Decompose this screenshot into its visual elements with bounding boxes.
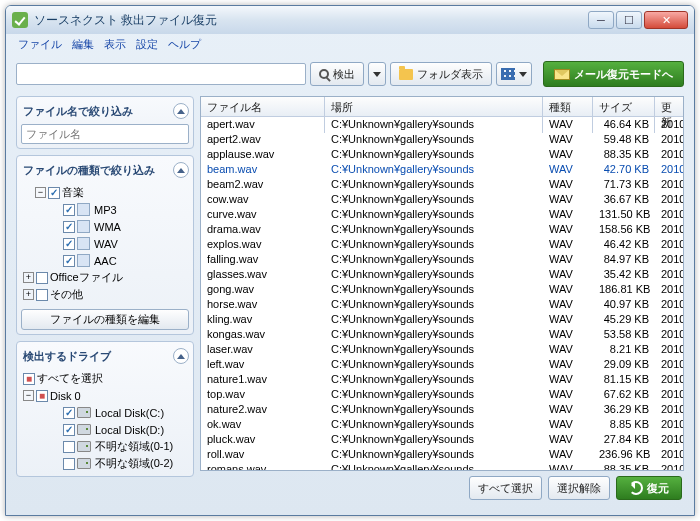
tree-node-office[interactable]: + Officeファイル [21, 269, 189, 286]
table-row[interactable]: roll.wavC:¥Unknown¥gallery¥soundsWAV236.… [201, 447, 683, 462]
table-row[interactable]: applause.wavC:¥Unknown¥gallery¥soundsWAV… [201, 147, 683, 162]
checkbox[interactable]: ✓ [63, 221, 75, 233]
table-row[interactable]: nature2.wavC:¥Unknown¥gallery¥soundsWAV3… [201, 402, 683, 417]
mail-recovery-mode-button[interactable]: メール復元モードへ [543, 61, 684, 87]
cell-filename: beam.wav [201, 162, 325, 177]
table-row[interactable]: apert2.wavC:¥Unknown¥gallery¥soundsWAV59… [201, 132, 683, 147]
checkbox[interactable]: ✓ [63, 238, 75, 250]
tree-node-music[interactable]: − ✓ 音楽 [21, 184, 189, 201]
minimize-button[interactable]: ─ [588, 11, 614, 29]
menu-help[interactable]: ヘルプ [168, 37, 201, 52]
tree-node-format[interactable]: ✓MP3 [21, 201, 189, 218]
table-row[interactable]: curve.wavC:¥Unknown¥gallery¥soundsWAV131… [201, 207, 683, 222]
table-row[interactable]: drama.wavC:¥Unknown¥gallery¥soundsWAV158… [201, 222, 683, 237]
file-list-body[interactable]: apert.wavC:¥Unknown¥gallery¥soundsWAV46.… [201, 117, 683, 470]
tree-node-format[interactable]: ✓WMA [21, 218, 189, 235]
tree-node-drive[interactable]: 不明な領域(0-2) [21, 455, 189, 472]
search-input[interactable] [16, 63, 306, 85]
expand-icon[interactable]: − [23, 390, 34, 401]
cell-filename: cow.wav [201, 192, 325, 207]
menu-settings[interactable]: 設定 [136, 37, 158, 52]
search-button[interactable]: 検出 [310, 62, 364, 86]
table-row[interactable]: romans.wavC:¥Unknown¥gallery¥soundsWAV88… [201, 462, 683, 470]
checkbox[interactable]: ✓ [48, 187, 60, 199]
table-row[interactable]: explos.wavC:¥Unknown¥gallery¥soundsWAV46… [201, 237, 683, 252]
menu-edit[interactable]: 編集 [72, 37, 94, 52]
cell-filename: drama.wav [201, 222, 325, 237]
application-window: ソースネクスト 救出ファイル復元 ─ ☐ ✕ ファイル 編集 表示 設定 ヘルプ… [5, 5, 695, 516]
cell-filename: roll.wav [201, 447, 325, 462]
cell-location: C:¥Unknown¥gallery¥sounds [325, 447, 543, 462]
table-row[interactable]: kongas.wavC:¥Unknown¥gallery¥soundsWAV53… [201, 327, 683, 342]
table-row[interactable]: left.wavC:¥Unknown¥gallery¥soundsWAV29.0… [201, 357, 683, 372]
tree-node-drive[interactable]: ✓Local Disk(C:) [21, 404, 189, 421]
cell-updated: 2010 [655, 417, 683, 432]
table-row[interactable]: glasses.wavC:¥Unknown¥gallery¥soundsWAV3… [201, 267, 683, 282]
checkbox-mixed[interactable]: ■ [36, 390, 48, 402]
checkbox[interactable]: ✓ [63, 407, 75, 419]
table-row[interactable]: cow.wavC:¥Unknown¥gallery¥soundsWAV36.67… [201, 192, 683, 207]
table-row[interactable]: nature1.wavC:¥Unknown¥gallery¥soundsWAV8… [201, 372, 683, 387]
tree-node-other[interactable]: + その他 [21, 286, 189, 303]
select-all-button[interactable]: すべて選択 [469, 476, 542, 500]
checkbox[interactable]: ✓ [63, 255, 75, 267]
cell-size: 42.70 KB [593, 162, 655, 177]
folder-view-button[interactable]: フォルダ表示 [390, 62, 492, 86]
cell-location: C:¥Unknown¥gallery¥sounds [325, 252, 543, 267]
tree-label: 不明な領域(0-1) [95, 439, 173, 454]
panel-title: ファイル名で絞り込み [23, 104, 133, 119]
tree-node-drive[interactable]: 不明な領域(0-1) [21, 438, 189, 455]
bottom-bar: すべて選択 選択解除 復元 [200, 471, 684, 505]
menu-file[interactable]: ファイル [18, 37, 62, 52]
drive-icon [77, 441, 91, 452]
checkbox[interactable] [63, 458, 75, 470]
checkbox[interactable]: ✓ [63, 204, 75, 216]
drive-icon [77, 407, 91, 418]
view-options-button[interactable] [496, 62, 532, 86]
maximize-button[interactable]: ☐ [616, 11, 642, 29]
cell-location: C:¥Unknown¥gallery¥sounds [325, 327, 543, 342]
tree-label: MP3 [94, 204, 117, 216]
deselect-button[interactable]: 選択解除 [548, 476, 610, 500]
table-row[interactable]: beam2.wavC:¥Unknown¥gallery¥soundsWAV71.… [201, 177, 683, 192]
cell-location: C:¥Unknown¥gallery¥sounds [325, 162, 543, 177]
cell-filename: top.wav [201, 387, 325, 402]
close-button[interactable]: ✕ [644, 11, 688, 29]
cell-type: WAV [543, 237, 593, 252]
table-row[interactable]: laser.wavC:¥Unknown¥gallery¥soundsWAV8.2… [201, 342, 683, 357]
expand-icon[interactable]: + [23, 272, 34, 283]
checkbox[interactable] [63, 441, 75, 453]
checkbox[interactable]: ✓ [63, 424, 75, 436]
table-row[interactable]: kling.wavC:¥Unknown¥gallery¥soundsWAV45.… [201, 312, 683, 327]
cell-location: C:¥Unknown¥gallery¥sounds [325, 222, 543, 237]
table-row[interactable]: apert.wavC:¥Unknown¥gallery¥soundsWAV46.… [201, 117, 683, 132]
checkbox[interactable] [36, 289, 48, 301]
collapse-button[interactable] [173, 103, 189, 119]
collapse-button[interactable] [173, 162, 189, 178]
table-row[interactable]: ok.wavC:¥Unknown¥gallery¥soundsWAV8.85 K… [201, 417, 683, 432]
table-row[interactable]: top.wavC:¥Unknown¥gallery¥soundsWAV67.62… [201, 387, 683, 402]
titlebar[interactable]: ソースネクスト 救出ファイル復元 ─ ☐ ✕ [6, 6, 694, 34]
restore-button[interactable]: 復元 [616, 476, 682, 500]
drive-icon [77, 458, 91, 469]
select-all-drives[interactable]: ■ すべてを選択 [21, 370, 189, 387]
table-row[interactable]: horse.wavC:¥Unknown¥gallery¥soundsWAV40.… [201, 297, 683, 312]
table-row[interactable]: gong.wavC:¥Unknown¥gallery¥soundsWAV186.… [201, 282, 683, 297]
checkbox[interactable] [36, 272, 48, 284]
tree-node-format[interactable]: ✓AAC [21, 252, 189, 269]
expand-icon[interactable]: − [35, 187, 46, 198]
table-row[interactable]: beam.wavC:¥Unknown¥gallery¥soundsWAV42.7… [201, 162, 683, 177]
expand-icon[interactable]: + [23, 289, 34, 300]
filename-filter-input[interactable] [21, 124, 189, 144]
search-dropdown[interactable] [368, 62, 386, 86]
table-row[interactable]: falling.wavC:¥Unknown¥gallery¥soundsWAV8… [201, 252, 683, 267]
filetype-icon [77, 237, 90, 250]
collapse-button[interactable] [173, 348, 189, 364]
tree-node-format[interactable]: ✓WAV [21, 235, 189, 252]
table-row[interactable]: pluck.wavC:¥Unknown¥gallery¥soundsWAV27.… [201, 432, 683, 447]
checkbox-mixed[interactable]: ■ [23, 373, 35, 385]
tree-node-drive[interactable]: ✓Local Disk(D:) [21, 421, 189, 438]
tree-node-disk0[interactable]: − ■ Disk 0 [21, 387, 189, 404]
edit-file-types-button[interactable]: ファイルの種類を編集 [21, 309, 189, 330]
menu-view[interactable]: 表示 [104, 37, 126, 52]
